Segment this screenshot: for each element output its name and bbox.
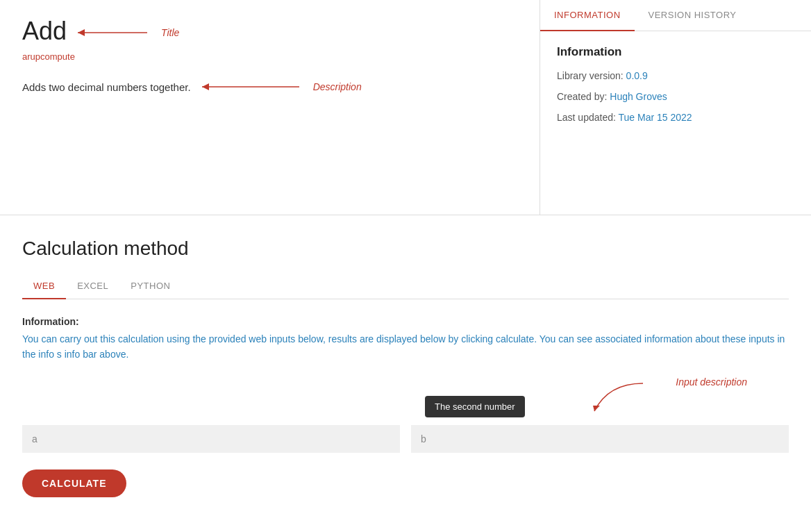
updated-label: Last updated: — [557, 112, 618, 123]
input-b[interactable] — [411, 425, 789, 453]
svg-marker-3 — [202, 83, 209, 90]
created-value: Hugh Groves — [610, 91, 667, 102]
svg-marker-1 — [78, 29, 85, 36]
tab-python[interactable]: PYTHON — [119, 274, 181, 299]
bottom-section: Calculation method WEB EXCEL PYTHON Info… — [0, 215, 811, 525]
input-a-wrapper — [22, 425, 400, 453]
description-arrow — [202, 78, 313, 95]
updated-value: Tue Mar 15 2022 — [618, 112, 692, 123]
right-panel: INFORMATION VERSION HISTORY Information … — [540, 0, 811, 215]
left-panel: Add Title arupcompute Adds two decimal n… — [0, 0, 540, 215]
last-updated-row: Last updated: Tue Mar 15 2022 — [557, 112, 794, 123]
title-annotation: Title — [161, 27, 179, 38]
tab-version-history[interactable]: VERSION HISTORY — [635, 0, 751, 31]
svg-marker-4 — [593, 406, 600, 411]
tooltip-second-number: The second number — [425, 396, 525, 417]
input-b-wrapper: The second number — [411, 425, 789, 453]
tab-information[interactable]: INFORMATION — [540, 0, 635, 31]
inputs-row: The second number — [22, 425, 789, 453]
info-bar: Information: You can carry out this calc… — [22, 316, 789, 363]
subtitle-link[interactable]: arupcompute — [22, 51, 517, 62]
description-text: Adds two decimal numbers together. — [22, 81, 191, 93]
tab-excel[interactable]: EXCEL — [66, 274, 119, 299]
info-content: Information Library version: 0.0.9 Creat… — [540, 31, 811, 147]
created-by-row: Created by: Hugh Groves — [557, 91, 794, 102]
library-value: 0.0.9 — [626, 70, 648, 81]
library-label: Library version: — [557, 70, 626, 81]
title-arrow — [78, 24, 161, 41]
input-desc-arrow — [567, 376, 650, 418]
library-version-row: Library version: 0.0.9 — [557, 70, 794, 81]
tab-web[interactable]: WEB — [22, 274, 66, 299]
method-tabs: WEB EXCEL PYTHON — [22, 274, 789, 299]
input-annotation-area: Input description — [22, 376, 789, 418]
input-a[interactable] — [22, 425, 400, 453]
info-heading: Information — [557, 45, 794, 59]
input-desc-annotation: Input description — [676, 376, 747, 388]
calculate-button[interactable]: CALCULATE — [22, 469, 126, 497]
info-bar-title: Information: — [22, 316, 789, 327]
page-title: Add — [22, 17, 67, 46]
calc-method-title: Calculation method — [22, 238, 789, 260]
info-tabs: INFORMATION VERSION HISTORY — [540, 0, 811, 31]
info-bar-text: You can carry out this calculation using… — [22, 331, 789, 363]
description-annotation: Description — [313, 81, 362, 92]
created-label: Created by: — [557, 91, 610, 102]
